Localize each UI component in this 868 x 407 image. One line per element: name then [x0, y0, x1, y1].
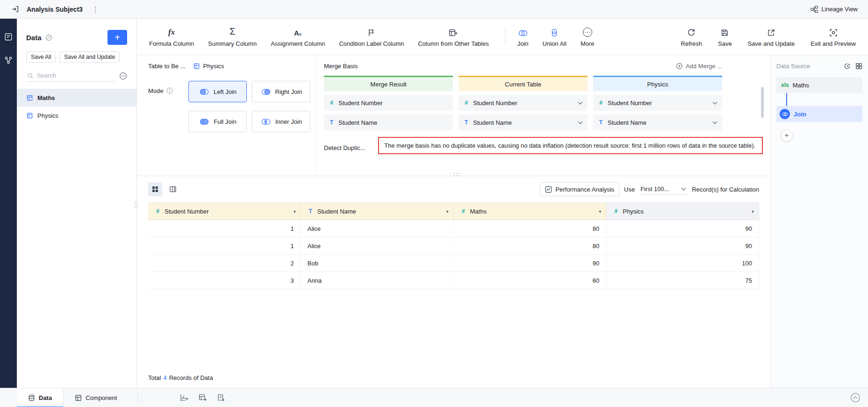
lineage-view-button[interactable]: Lineage View: [811, 6, 858, 13]
save-and-update-button[interactable]: Save and Update: [748, 27, 795, 47]
full-join-button[interactable]: Full Join: [188, 111, 247, 132]
lineage-icon: [811, 6, 818, 13]
column-header-maths[interactable]: #Maths▾: [454, 203, 607, 220]
column-dropdown-icon[interactable]: ▾: [599, 209, 601, 214]
topbar: Analysis Subject3 ⋮ Lineage View: [0, 0, 868, 19]
merge-field-select[interactable]: T Student Name: [459, 114, 588, 130]
merge-field-select[interactable]: T Student Name: [593, 114, 722, 130]
lineage-view-label: Lineage View: [821, 6, 858, 13]
column-header-physics[interactable]: #Physics▾: [606, 203, 759, 220]
table-cell: Anna: [301, 272, 454, 289]
column-from-other-tables-button[interactable]: Column from Other Tables: [418, 27, 489, 47]
collapse-fields-icon[interactable]: [45, 34, 52, 41]
add-table-button[interactable]: +: [108, 30, 127, 45]
target-table-chip[interactable]: Physics: [193, 63, 224, 70]
number-type-icon: #: [329, 100, 335, 106]
table-list: Maths Physics: [17, 89, 136, 124]
main-area: fx Formula Column Σ Summary Column A≡ As…: [137, 19, 868, 388]
exit-and-preview-button[interactable]: Exit and Preview: [811, 27, 856, 47]
use-label: Use: [624, 186, 635, 193]
save-all-and-update-button[interactable]: Save All and Update: [59, 51, 120, 63]
table-row: 1Alice8090: [148, 237, 759, 255]
merge-field-select[interactable]: # Student Number: [593, 95, 722, 111]
exit-icon[interactable]: [11, 5, 19, 13]
column-dropdown-icon[interactable]: ▾: [752, 209, 754, 214]
more-options-icon[interactable]: [119, 72, 127, 80]
table-cell: 80: [454, 237, 607, 255]
panel-resize-handle-horizontal[interactable]: [454, 173, 455, 174]
column-header-student-number[interactable]: #Student Number▾: [148, 203, 301, 220]
kebab-menu-icon[interactable]: ⋮: [90, 5, 101, 14]
chevron-up-circle-icon: [850, 393, 861, 403]
union-all-button[interactable]: Union All: [543, 27, 567, 47]
rail-data-icon[interactable]: [4, 56, 13, 64]
table-name: Physics: [37, 112, 58, 119]
join-node[interactable]: Join: [776, 106, 862, 122]
merge-column-title: Physics: [593, 76, 722, 91]
preview-table-head: #Student Number▾TStudent Name▾#Maths▾#Ph…: [148, 203, 759, 220]
join-mode-group: Left Join Right Join Full Join: [188, 81, 310, 132]
database-icon: [28, 394, 35, 401]
table-list-item-physics[interactable]: Physics: [17, 107, 136, 124]
collapse-panel-button[interactable]: [850, 393, 861, 403]
column-dropdown-icon[interactable]: ▾: [446, 209, 448, 214]
text-type-icon: T: [308, 208, 314, 214]
total-records-count: 4: [163, 374, 166, 381]
summary-column-button[interactable]: Σ Summary Column: [208, 27, 257, 47]
table-cell: 60: [454, 272, 607, 289]
add-node-button[interactable]: +: [781, 129, 793, 142]
table-cell: 100: [606, 255, 759, 272]
assignment-column-button[interactable]: A≡ Assignment Column: [271, 27, 325, 47]
merge-scrollbar-thumb[interactable]: [761, 87, 764, 118]
column-view-button[interactable]: [166, 182, 180, 196]
rail-analysis-icon[interactable]: [4, 33, 13, 41]
tab-component[interactable]: Component: [64, 388, 128, 407]
table-cell: 3: [148, 272, 301, 289]
search-input[interactable]: [37, 72, 114, 79]
inner-join-button[interactable]: Inner Join: [252, 111, 310, 132]
left-rail: [0, 19, 17, 388]
grid-view-button[interactable]: [148, 182, 162, 196]
update-history-icon[interactable]: [844, 63, 851, 70]
detect-duplicate-label: Detect Duplic...: [324, 137, 378, 151]
more-button[interactable]: ⋯ More: [581, 27, 595, 47]
column-header-student-name[interactable]: TStudent Name▾: [301, 203, 454, 220]
records-count-select[interactable]: First 100...: [639, 184, 687, 195]
right-join-button[interactable]: Right Join: [252, 81, 310, 102]
number-type-icon: #: [155, 208, 161, 214]
condition-label-column-button[interactable]: Condition Label Column: [339, 27, 404, 47]
table-cell: 90: [606, 237, 759, 255]
refresh-button[interactable]: Refresh: [681, 27, 703, 47]
add-text-icon[interactable]: [217, 394, 225, 401]
panel-resize-handle-vertical[interactable]: [135, 202, 136, 203]
right-join-icon: [260, 88, 272, 95]
preview-table-body: 1Alice80901Alice80902Bob901003Anna6075: [148, 220, 759, 289]
text-type-icon: T: [463, 119, 469, 126]
chevron-down-icon: [578, 101, 583, 105]
preview-table: #Student Number▾TStudent Name▾#Maths▾#Ph…: [148, 202, 759, 289]
chevron-down-icon: [578, 121, 583, 124]
add-chart-icon[interactable]: [180, 394, 188, 401]
save-icon: [721, 27, 729, 37]
save-all-button[interactable]: Save All: [26, 51, 56, 63]
merge-field-select[interactable]: # Student Number: [459, 95, 588, 111]
left-join-button[interactable]: Left Join: [188, 81, 247, 102]
performance-analysis-button[interactable]: Performance Analysis: [540, 182, 619, 196]
join-button[interactable]: Join: [517, 27, 529, 47]
add-merge-button[interactable]: Add Merge ...: [676, 63, 722, 70]
column-dropdown-icon[interactable]: ▾: [294, 209, 296, 214]
info-icon[interactable]: [166, 87, 173, 94]
more-icon: ⋯: [583, 27, 592, 37]
add-table-icon[interactable]: [199, 394, 207, 401]
summary-icon: Σ: [230, 27, 235, 37]
grid-view-icon: [151, 186, 159, 193]
edit-toolbar: fx Formula Column Σ Summary Column A≡ As…: [137, 19, 868, 55]
source-node-maths[interactable]: xls Maths: [776, 77, 862, 93]
table-list-item-maths[interactable]: Maths: [17, 89, 136, 107]
merge-field: T Student Name: [324, 114, 453, 130]
tab-data[interactable]: Data: [17, 388, 64, 407]
full-join-icon: [199, 118, 210, 125]
save-button[interactable]: Save: [718, 27, 732, 47]
panel-layout-icon[interactable]: [855, 63, 862, 70]
formula-column-button[interactable]: fx Formula Column: [149, 27, 194, 47]
